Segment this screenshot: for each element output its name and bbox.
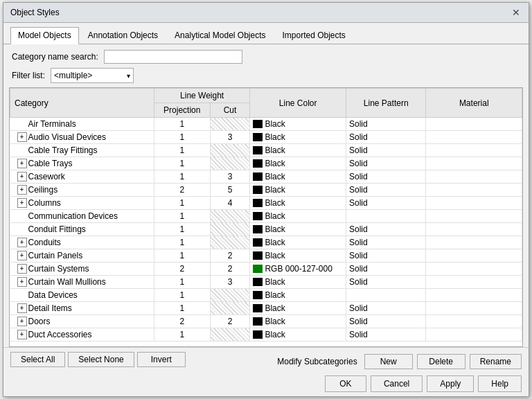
table-row[interactable]: Data Devices1Black	[10, 289, 522, 302]
line-pattern-cell[interactable]: Solid	[346, 184, 425, 197]
material-cell[interactable]	[426, 118, 522, 131]
table-row[interactable]: +Doors22BlackSolid	[10, 315, 522, 328]
line-pattern-cell[interactable]: Solid	[346, 249, 425, 263]
line-pattern-cell[interactable]: Solid	[346, 315, 425, 328]
ok-button[interactable]: OK	[325, 375, 366, 392]
material-cell[interactable]	[426, 315, 522, 328]
material-cell[interactable]	[426, 263, 522, 276]
line-color-cell[interactable]: Black	[250, 289, 346, 302]
material-cell[interactable]	[426, 223, 522, 236]
table-row[interactable]: +Curtain Wall Mullions13BlackSolid	[10, 276, 522, 289]
material-cell[interactable]	[426, 328, 522, 342]
search-input[interactable]	[104, 50, 242, 64]
material-cell[interactable]	[426, 157, 522, 170]
line-pattern-cell[interactable]	[346, 289, 425, 302]
line-color-cell[interactable]: Black	[250, 118, 346, 131]
line-color-cell[interactable]: Black	[250, 210, 346, 223]
table-row[interactable]: +Casework13BlackSolid	[10, 170, 522, 184]
expand-button[interactable]: +	[17, 303, 27, 313]
help-button[interactable]: Help	[478, 375, 522, 392]
line-pattern-cell[interactable]: Solid	[346, 157, 425, 170]
select-all-button[interactable]: Select All	[10, 352, 65, 367]
line-color-cell[interactable]: Black	[250, 144, 346, 157]
line-pattern-cell[interactable]: Solid	[346, 170, 425, 184]
line-pattern-cell[interactable]: Solid	[346, 144, 425, 157]
tab-model-objects[interactable]: Model Objects	[10, 27, 79, 44]
line-pattern-cell[interactable]	[346, 210, 425, 223]
material-cell[interactable]	[426, 210, 522, 223]
table-row[interactable]: +Detail Items1BlackSolid	[10, 302, 522, 315]
expand-button[interactable]: +	[17, 159, 27, 168]
expand-button[interactable]: +	[17, 238, 27, 247]
line-color-cell[interactable]: Black	[250, 131, 346, 144]
material-cell[interactable]	[426, 249, 522, 263]
rename-button[interactable]: Rename	[470, 354, 522, 369]
expand-button[interactable]: +	[17, 251, 27, 260]
line-pattern-cell[interactable]: Solid	[346, 302, 425, 315]
invert-button[interactable]: Invert	[137, 352, 186, 367]
table-row[interactable]: +Ceilings25BlackSolid	[10, 184, 522, 197]
expand-button[interactable]: +	[17, 277, 27, 287]
material-cell[interactable]	[426, 302, 522, 315]
line-color-cell[interactable]: Black	[250, 157, 346, 170]
line-color-cell[interactable]: Black	[250, 249, 346, 263]
expand-button[interactable]: +	[17, 330, 27, 339]
expand-button[interactable]: +	[17, 185, 27, 195]
material-cell[interactable]	[426, 236, 522, 249]
table-row[interactable]: Communication Devices1Black	[10, 210, 522, 223]
close-button[interactable]: ✕	[511, 7, 522, 18]
new-button[interactable]: New	[364, 354, 413, 369]
table-row[interactable]: Air Terminals1BlackSolid	[10, 118, 522, 131]
table-row[interactable]: +Columns14BlackSolid	[10, 197, 522, 210]
line-pattern-cell[interactable]: Solid	[346, 197, 425, 210]
table-row[interactable]: +Curtain Systems22RGB 000-127-000Solid	[10, 263, 522, 276]
line-pattern-cell[interactable]: Solid	[346, 131, 425, 144]
expand-button[interactable]: +	[17, 198, 27, 208]
color-name: Black	[265, 198, 285, 208]
expand-button[interactable]: +	[17, 317, 27, 326]
line-color-cell[interactable]: RGB 000-127-000	[250, 263, 346, 276]
table-row[interactable]: Cable Tray Fittings1BlackSolid	[10, 144, 522, 157]
material-cell[interactable]	[426, 131, 522, 144]
apply-button[interactable]: Apply	[427, 375, 474, 392]
material-cell[interactable]	[426, 276, 522, 289]
table-row[interactable]: +Conduits1BlackSolid	[10, 236, 522, 249]
table-row[interactable]: +Audio Visual Devices13BlackSolid	[10, 131, 522, 144]
line-color-cell[interactable]: Black	[250, 184, 346, 197]
select-none-button[interactable]: Select None	[68, 352, 134, 367]
line-pattern-cell[interactable]: Solid	[346, 236, 425, 249]
table-row[interactable]: +Curtain Panels12BlackSolid	[10, 249, 522, 263]
line-color-cell[interactable]: Black	[250, 170, 346, 184]
material-cell[interactable]	[426, 197, 522, 210]
expand-button[interactable]: +	[17, 132, 27, 142]
line-color-cell[interactable]: Black	[250, 223, 346, 236]
expand-button[interactable]: +	[17, 172, 27, 181]
tab-analytical-model-objects[interactable]: Analytical Model Objects	[167, 27, 273, 44]
line-pattern-cell[interactable]: Solid	[346, 223, 425, 236]
line-color-cell[interactable]: Black	[250, 236, 346, 249]
table-row[interactable]: +Duct Accessories1BlackSolid	[10, 328, 522, 342]
material-cell[interactable]	[426, 144, 522, 157]
line-color-cell[interactable]: Black	[250, 315, 346, 328]
table-row[interactable]: +Cable Trays1BlackSolid	[10, 157, 522, 170]
delete-button[interactable]: Delete	[417, 354, 466, 369]
line-color-cell[interactable]: Black	[250, 197, 346, 210]
line-color-cell[interactable]: Black	[250, 328, 346, 342]
cancel-button[interactable]: Cancel	[371, 375, 423, 392]
line-pattern-cell[interactable]: Solid	[346, 328, 425, 342]
filter-select[interactable]: <multiple>	[51, 68, 134, 83]
expand-button[interactable]: +	[17, 264, 27, 274]
line-color-cell[interactable]: Black	[250, 276, 346, 289]
line-pattern-cell[interactable]: Solid	[346, 276, 425, 289]
table-row[interactable]: Conduit Fittings1BlackSolid	[10, 223, 522, 236]
tab-imported-objects[interactable]: Imported Objects	[275, 27, 353, 44]
line-pattern-cell[interactable]: Solid	[346, 263, 425, 276]
line-color-cell[interactable]: Black	[250, 302, 346, 315]
projection-value: 1	[154, 131, 210, 144]
material-cell[interactable]	[426, 184, 522, 197]
material-cell[interactable]	[426, 289, 522, 302]
line-pattern-cell[interactable]: Solid	[346, 118, 425, 131]
material-cell[interactable]	[426, 170, 522, 184]
color-swatch	[253, 172, 263, 181]
tab-annotation-objects[interactable]: Annotation Objects	[80, 27, 166, 44]
